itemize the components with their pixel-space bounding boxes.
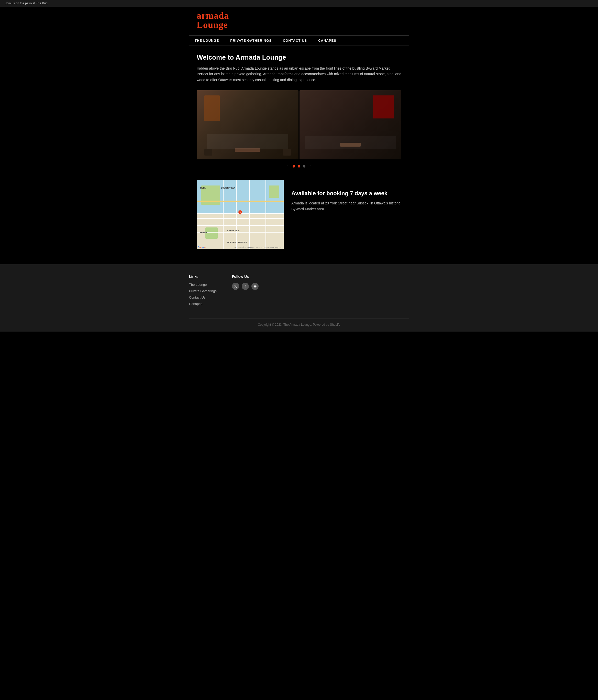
map-pin <box>238 210 242 216</box>
map[interactable]: LOWER TOWN HULL SANDY HILL Ottawa GOLDEN… <box>197 180 284 249</box>
footer-link-the-lounge[interactable]: The Lounge <box>189 283 217 286</box>
nav: THE LOUNGE PRIVATE GATHERINGS CONTACT US… <box>189 35 409 46</box>
header: armada Lounge <box>189 7 409 35</box>
footer-link-private-gatherings[interactable]: Private Gatherings <box>189 289 217 293</box>
footer-link-contact-us[interactable]: Contact Us <box>189 296 217 299</box>
map-road-v1 <box>223 180 224 249</box>
social-icons: 𝕏 f ◉ <box>232 283 259 290</box>
slide-1 <box>197 90 298 159</box>
slideshow: ‹ › <box>197 90 401 176</box>
slide-dot-3[interactable] <box>303 165 305 168</box>
announcement-bar: Join us on the patio at The Brig <box>0 0 598 7</box>
slide-prev-button[interactable]: ‹ <box>285 163 290 170</box>
nav-item-the-lounge[interactable]: THE LOUNGE <box>189 35 225 46</box>
map-terms: Map data ©2023 Google | Terms of Use | R… <box>235 246 283 248</box>
map-road-h4 <box>197 232 284 232</box>
map-road-v3 <box>249 180 250 249</box>
slideshow-images <box>197 90 401 159</box>
map-bg: LOWER TOWN HULL SANDY HILL Ottawa GOLDEN… <box>197 180 284 249</box>
map-road-v2 <box>236 180 237 249</box>
booking-info: Available for booking 7 days a week Arma… <box>291 180 401 212</box>
slide-dot-2[interactable] <box>298 165 300 168</box>
instagram-icon[interactable]: ◉ <box>252 283 259 290</box>
footer-links-section: Links The Lounge Private Gatherings Cont… <box>189 275 217 308</box>
footer: Links The Lounge Private Gatherings Cont… <box>0 264 598 331</box>
map-park-3 <box>205 227 218 239</box>
facebook-icon[interactable]: f <box>242 283 249 290</box>
map-label-sandy-hill: SANDY HILL <box>227 229 239 232</box>
map-highway-1 <box>197 201 284 202</box>
map-label-golden-triangle: GOLDEN TRIANGLE <box>227 241 247 244</box>
twitter-icon[interactable]: 𝕏 <box>232 283 239 290</box>
copyright: Copyright © 2023, The Armada Lounge. Pow… <box>189 319 409 326</box>
map-label-hull: HULL <box>200 187 206 189</box>
map-label-ottawa: Ottawa <box>200 231 207 234</box>
slide-2 <box>300 90 401 159</box>
slide-dot-1[interactable] <box>293 165 295 168</box>
nav-item-canapes[interactable]: CANAPES <box>313 35 342 46</box>
announcement-text: Join us on the patio at The Brig <box>5 2 48 5</box>
welcome-heading: Welcome to Armada Lounge <box>197 53 401 61</box>
map-road-h3 <box>197 225 284 226</box>
map-road-v4 <box>265 180 266 249</box>
nav-item-private-gatherings[interactable]: PRIVATE GATHERINGS <box>225 35 277 46</box>
map-road-h2 <box>197 218 284 219</box>
footer-follow-section: Follow Us 𝕏 f ◉ <box>232 275 259 308</box>
logo[interactable]: armada Lounge <box>197 12 401 30</box>
booking-heading: Available for booking 7 days a week <box>291 190 401 197</box>
map-booking-section: LOWER TOWN HULL SANDY HILL Ottawa GOLDEN… <box>197 180 401 249</box>
map-park-2 <box>269 185 279 198</box>
welcome-text: Hidden above the Brig Pub, Armada Lounge… <box>197 66 401 83</box>
nav-container: THE LOUNGE PRIVATE GATHERINGS CONTACT US… <box>189 35 409 46</box>
booking-text: Armada is located at 23 York Street near… <box>291 200 401 212</box>
nav-item-contact-us[interactable]: CONTACT US <box>277 35 313 46</box>
map-footer: Google Map data ©2023 Google | Terms of … <box>198 246 283 248</box>
footer-inner: Links The Lounge Private Gatherings Cont… <box>189 275 409 308</box>
footer-links-heading: Links <box>189 275 217 279</box>
map-label-lower-town: LOWER TOWN <box>221 187 235 189</box>
logo-text: armada Lounge <box>197 10 229 30</box>
google-logo: Google <box>198 246 206 248</box>
slide-next-button[interactable]: › <box>308 163 313 170</box>
slide-controls: ‹ › <box>197 159 401 176</box>
footer-link-canapes[interactable]: Canapes <box>189 302 217 306</box>
footer-follow-heading: Follow Us <box>232 275 259 279</box>
main-content: Welcome to Armada Lounge Hidden above th… <box>189 46 409 264</box>
